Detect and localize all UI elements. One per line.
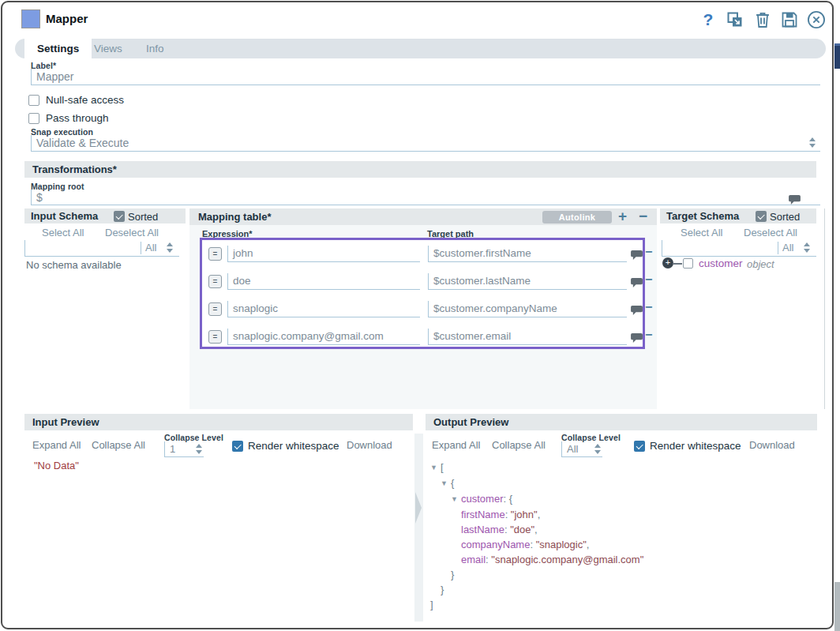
export-icon[interactable]	[726, 10, 746, 31]
expression-toggle-button[interactable]: =	[208, 275, 222, 288]
input-schema-scope-select[interactable]: All	[145, 242, 156, 254]
output-preview-collapse-all[interactable]: Collapse All	[492, 439, 546, 451]
comment-bubble-icon[interactable]	[631, 332, 643, 347]
input-preview-render-whitespace-checkbox[interactable]	[232, 441, 243, 452]
comment-bubble-icon[interactable]	[631, 250, 643, 264]
input-preview-download[interactable]: Download	[347, 439, 392, 451]
input-schema-deselect-all[interactable]: Deselect All	[105, 227, 159, 239]
tab-settings[interactable]: Settings	[24, 39, 92, 58]
tab-info[interactable]: Info	[141, 39, 169, 58]
remove-row-button[interactable]: −	[639, 208, 647, 224]
json-tree-line: }	[429, 567, 643, 582]
mapping-table-row: =snaplogic.company@gmail.com$customer.em…	[202, 324, 643, 351]
target-schema-title: Target Schema	[660, 210, 739, 222]
expression-input[interactable]: snaplogic.company@gmail.com	[227, 329, 420, 345]
target-path-input[interactable]: $customer.lastName	[428, 273, 627, 290]
target-schema-scope-stepper-icon[interactable]	[804, 242, 811, 253]
target-path-input[interactable]: $customer.email	[428, 329, 627, 345]
input-preview-title: Input Preview	[24, 416, 99, 428]
json-tree-line: }	[429, 582, 643, 597]
output-preview-expand-all[interactable]: Expand All	[432, 439, 480, 451]
chevron-right-icon[interactable]	[414, 490, 422, 525]
snap-icon	[21, 9, 40, 28]
target-schema-panel: Target Schema Sorted Select All Deselect…	[660, 208, 816, 409]
collapse-toggle-icon[interactable]: ▼	[430, 460, 441, 475]
pass-through-label: Pass through	[46, 112, 109, 124]
json-tree-line: lastName: "doe",	[429, 522, 643, 537]
expression-toggle-button[interactable]: =	[208, 247, 222, 261]
output-preview-download[interactable]: Download	[749, 439, 795, 451]
close-icon[interactable]	[806, 9, 827, 30]
input-preview-panel: Input Preview Expand All Collapse All Co…	[24, 414, 413, 621]
pass-through-checkbox[interactable]	[28, 113, 39, 124]
input-schema-scope-stepper-icon[interactable]	[167, 242, 174, 253]
tab-views[interactable]: Views	[89, 39, 127, 58]
json-tree-line: firstName: "john",	[429, 507, 643, 522]
delete-row-icon[interactable]: −	[645, 328, 652, 342]
target-schema-sorted-checkbox[interactable]	[756, 211, 767, 222]
expand-node-icon[interactable]: +	[662, 257, 673, 269]
input-schema-select-all[interactable]: Select All	[42, 227, 84, 239]
input-schema-sorted-checkbox[interactable]	[114, 211, 125, 222]
label-input[interactable]: Mapper	[31, 69, 820, 85]
expression-toggle-button[interactable]: =	[208, 330, 222, 344]
snap-execution-select[interactable]: Validate & Execute	[31, 135, 820, 152]
collapse-toggle-icon[interactable]: ▼	[451, 492, 461, 507]
output-preview-render-whitespace-checkbox[interactable]	[634, 441, 645, 452]
json-tree-line: ▼customer: {	[429, 491, 643, 507]
mapping-table-row: =john$customer.firstName−	[202, 241, 643, 269]
output-preview-panel: Output Preview Expand All Collapse All C…	[426, 414, 817, 621]
json-tree-line: ▼[	[429, 460, 643, 475]
add-row-button[interactable]: +	[618, 208, 627, 224]
comment-bubble-icon[interactable]	[631, 305, 643, 319]
autolink-button[interactable]: Autolink	[542, 211, 612, 223]
expression-toggle-button[interactable]: =	[208, 302, 222, 316]
input-schema-title: Input Schema	[24, 210, 98, 222]
input-preview-collapse-all[interactable]: Collapse All	[92, 439, 145, 451]
input-schema-empty-text: No schema available	[26, 259, 122, 271]
null-safe-checkbox[interactable]	[28, 95, 39, 106]
output-preview-render-whitespace-label: Render whitespace	[650, 440, 741, 452]
output-preview-collapse-level-stepper-icon[interactable]	[594, 444, 602, 454]
mapping-root-input[interactable]: $	[31, 190, 820, 205]
target-node-checkbox[interactable]	[683, 258, 693, 269]
target-schema-deselect-all[interactable]: Deselect All	[744, 227, 797, 239]
background-artifact	[834, 582, 840, 631]
target-path-input[interactable]: $customer.companyName	[428, 301, 627, 317]
save-icon[interactable]	[780, 10, 801, 31]
dialog-title: Mapper	[46, 12, 88, 25]
scroll-track[interactable]	[824, 208, 825, 409]
target-schema-sorted-label: Sorted	[770, 209, 800, 224]
json-tree-line: companyName: "snaplogic",	[429, 537, 643, 552]
comment-bubble-icon[interactable]	[789, 194, 801, 208]
input-schema-filter-input[interactable]: All	[24, 240, 179, 257]
input-preview-no-data: "No Data"	[34, 460, 79, 471]
target-node-name[interactable]: customer	[699, 257, 743, 269]
target-schema-scope-select[interactable]: All	[782, 242, 793, 254]
target-schema-select-all[interactable]: Select All	[681, 227, 722, 239]
expression-input[interactable]: snaplogic	[227, 301, 420, 317]
target-schema-filter-input[interactable]: All	[662, 240, 816, 257]
snap-execution-stepper-icon[interactable]	[809, 137, 816, 148]
delete-icon[interactable]	[753, 10, 774, 31]
delete-row-icon[interactable]: −	[645, 300, 652, 314]
comment-bubble-icon[interactable]	[631, 277, 643, 291]
expression-input[interactable]: john	[227, 246, 420, 262]
tree-connector-line	[673, 263, 682, 265]
delete-row-icon[interactable]: −	[645, 272, 652, 287]
help-icon[interactable]: ?	[698, 9, 718, 30]
json-tree-line: ▼{	[429, 475, 643, 491]
preview-splitter[interactable]	[414, 434, 423, 622]
target-path-input[interactable]: $customer.firstName	[428, 246, 627, 262]
mapping-rows: =john$customer.firstName−=doe$customer.l…	[200, 238, 645, 349]
input-preview-collapse-level-stepper-icon[interactable]	[196, 444, 203, 454]
input-schema-panel: Input Schema Sorted Select All Deselect …	[24, 208, 186, 409]
mapping-table-row: =doe$customer.lastName−	[202, 269, 643, 296]
input-preview-expand-all[interactable]: Expand All	[32, 439, 81, 451]
mapper-settings-dialog: Mapper ? Settings Views Info	[1, 1, 834, 629]
target-node-type: object	[747, 258, 774, 270]
delete-row-icon[interactable]: −	[645, 245, 652, 259]
collapse-toggle-icon[interactable]: ▼	[441, 476, 451, 491]
expression-input[interactable]: doe	[227, 273, 420, 290]
input-schema-sorted-label: Sorted	[128, 209, 158, 224]
